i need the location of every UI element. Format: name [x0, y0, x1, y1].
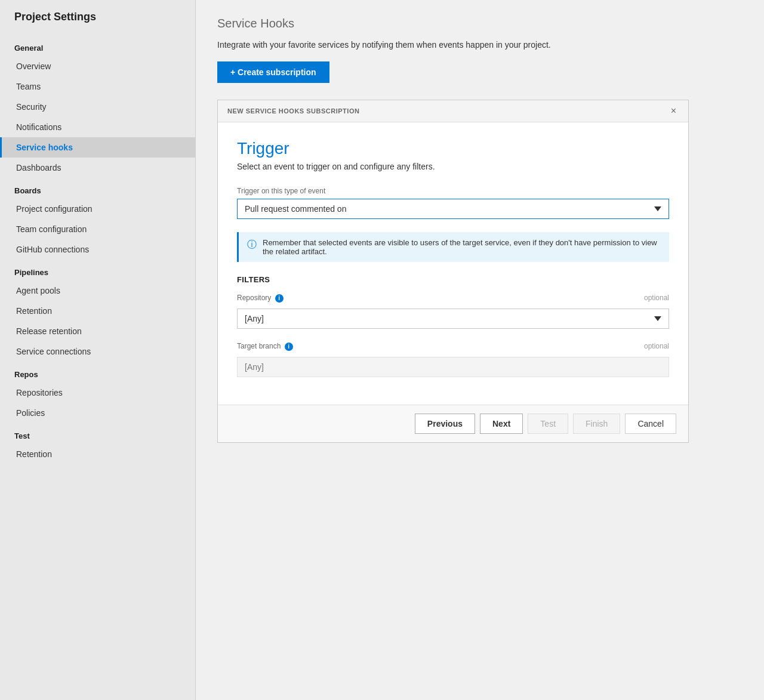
repository-info-icon[interactable]: i — [275, 294, 284, 303]
sidebar-item-teams[interactable]: Teams — [0, 76, 195, 97]
info-box: ⓘ Remember that selected events are visi… — [237, 232, 669, 262]
sidebar-section-header-general: General — [0, 35, 195, 56]
repository-field-row: Repository i optional — [237, 294, 669, 306]
filters-section: FILTERS Repository i optional [Any] — [237, 275, 669, 377]
page-title: Service Hooks — [217, 17, 743, 30]
cancel-button[interactable]: Cancel — [625, 414, 676, 434]
dialog-section-desc: Select an event to trigger on and config… — [237, 162, 669, 171]
target-branch-optional: optional — [644, 342, 669, 350]
finish-button[interactable]: Finish — [573, 414, 620, 434]
create-subscription-button[interactable]: + Create subscription — [217, 61, 329, 83]
sidebar-item-repositories[interactable]: Repositories — [0, 383, 195, 403]
sidebar-item-agent-pools[interactable]: Agent pools — [0, 280, 195, 301]
test-button[interactable]: Test — [528, 414, 568, 434]
trigger-select[interactable]: Pull request commented on Build complete… — [237, 199, 669, 219]
sidebar-item-service-connections[interactable]: Service connections — [0, 341, 195, 362]
dialog-header: NEW SERVICE HOOKS SUBSCRIPTION × — [218, 100, 688, 122]
sidebar-item-overview[interactable]: Overview — [0, 56, 195, 76]
trigger-form-group: Trigger on this type of event Pull reque… — [237, 187, 669, 219]
dialog-close-button[interactable]: × — [668, 106, 679, 116]
main-content: Service Hooks Integrate with your favori… — [196, 0, 764, 700]
dialog-header-title: NEW SERVICE HOOKS SUBSCRIPTION — [227, 107, 359, 115]
sidebar-section-repos: Repos Repositories Policies — [0, 362, 195, 423]
sidebar-section-pipelines: Pipelines Agent pools Retention Release … — [0, 260, 195, 362]
sidebar-item-service-hooks[interactable]: Service hooks — [0, 137, 195, 158]
sidebar: Project Settings General Overview Teams … — [0, 0, 196, 700]
sidebar-section-header-test: Test — [0, 423, 195, 444]
sidebar-section-header-boards: Boards — [0, 178, 195, 199]
sidebar-item-notifications[interactable]: Notifications — [0, 117, 195, 137]
service-hooks-dialog: NEW SERVICE HOOKS SUBSCRIPTION × Trigger… — [217, 100, 689, 443]
sidebar-item-security[interactable]: Security — [0, 97, 195, 117]
sidebar-item-policies[interactable]: Policies — [0, 403, 195, 423]
dialog-body: Trigger Select an event to trigger on an… — [218, 122, 688, 405]
sidebar-item-release-retention[interactable]: Release retention — [0, 321, 195, 341]
info-icon: ⓘ — [247, 239, 257, 251]
sidebar-item-team-configuration[interactable]: Team configuration — [0, 219, 195, 239]
sidebar-section-header-repos: Repos — [0, 362, 195, 383]
next-button[interactable]: Next — [480, 414, 523, 434]
target-branch-label: Target branch i — [237, 342, 293, 351]
sidebar-item-github-connections[interactable]: GitHub connections — [0, 239, 195, 260]
sidebar-section-test: Test Retention — [0, 423, 195, 464]
info-text: Remember that selected events are visibl… — [263, 238, 661, 256]
dialog-section-title: Trigger — [237, 139, 669, 158]
dialog-footer: Previous Next Test Finish Cancel — [218, 405, 688, 442]
sidebar-section-boards: Boards Project configuration Team config… — [0, 178, 195, 260]
target-branch-form-group: Target branch i optional — [237, 342, 669, 377]
repository-label: Repository i — [237, 294, 284, 303]
filters-header: FILTERS — [237, 275, 669, 284]
sidebar-section-general: General Overview Teams Security Notifica… — [0, 35, 195, 178]
target-branch-info-icon[interactable]: i — [285, 343, 293, 351]
repository-select[interactable]: [Any] — [237, 309, 669, 329]
sidebar-item-retention[interactable]: Retention — [0, 301, 195, 321]
repository-optional: optional — [644, 294, 669, 302]
target-branch-input[interactable] — [237, 357, 669, 377]
target-branch-field-row: Target branch i optional — [237, 342, 669, 354]
sidebar-section-header-pipelines: Pipelines — [0, 260, 195, 280]
repository-form-group: Repository i optional [Any] — [237, 294, 669, 329]
page-description: Integrate with your favorite services by… — [217, 40, 743, 50]
sidebar-item-project-configuration[interactable]: Project configuration — [0, 199, 195, 219]
trigger-label: Trigger on this type of event — [237, 187, 669, 195]
sidebar-item-test-retention[interactable]: Retention — [0, 444, 195, 464]
previous-button[interactable]: Previous — [415, 414, 475, 434]
sidebar-item-dashboards[interactable]: Dashboards — [0, 158, 195, 178]
sidebar-title: Project Settings — [0, 11, 195, 35]
